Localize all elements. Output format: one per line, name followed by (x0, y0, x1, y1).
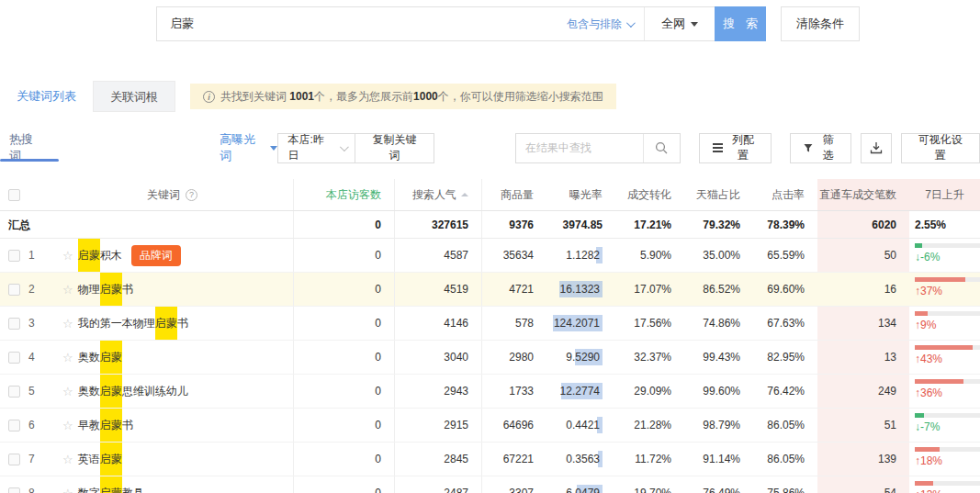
keyword-text: 思维训练幼儿 (122, 375, 188, 408)
row-index: 5 (28, 375, 35, 409)
star-icon[interactable]: ☆ (62, 273, 73, 306)
summary-row: 汇总 0 327615 9376 3974.85 17.21% 79.32% 7… (0, 211, 980, 239)
search-icon[interactable] (643, 134, 680, 162)
star-icon[interactable]: ☆ (62, 341, 73, 374)
row-checkbox[interactable] (8, 250, 20, 262)
scope-dropdown[interactable]: 全网 (644, 7, 715, 40)
filter-button[interactable]: 筛选 (790, 133, 851, 163)
ztc-orders-value: 134 (817, 307, 909, 340)
info-icon: i (203, 91, 215, 103)
trend-percent: 9% (920, 319, 936, 331)
header-seven-day-rise[interactable]: 7日上升 (909, 179, 980, 210)
keyword-cell: ☆ 数字启蒙教具 (51, 476, 294, 493)
hot-words-tab[interactable]: 热搜词 (9, 131, 43, 164)
row-index: 3 (28, 307, 35, 341)
ctr-value: 75.86% (753, 476, 817, 493)
row-checkbox[interactable] (8, 318, 20, 330)
keyword-text: 教具 (122, 476, 144, 493)
exposure-filter-dropdown[interactable]: 高曝光词 (220, 131, 277, 164)
ztc-orders-value: 50 (817, 239, 909, 272)
exposure-rate-value: 9.5290 (565, 349, 603, 365)
trend-bar-track (915, 413, 980, 418)
keyword-match-highlight: 启蒙 (100, 409, 122, 442)
header-tmall-share[interactable]: 天猫占比 (684, 179, 753, 210)
keyword-search-input[interactable] (157, 17, 497, 31)
search-popularity-value: 4587 (395, 239, 482, 272)
header-product-count[interactable]: 商品量 (482, 179, 546, 210)
product-count-value: 1733 (482, 375, 546, 408)
scope-label: 全网 (661, 16, 685, 32)
brand-word-badge: 品牌词 (131, 245, 181, 266)
tab-related-roots[interactable]: 关联词根 (93, 81, 175, 112)
header-search-popularity[interactable]: 搜索人气 (395, 179, 482, 210)
exposure-rate-value: 0.4421 (565, 417, 603, 433)
table-body: 1 ☆ 启蒙积木 品牌词 0 4587 35634 1.1282 5.90% 3… (0, 239, 980, 493)
conversion-value: 19.70% (615, 476, 684, 493)
search-button[interactable]: 搜 索 (715, 6, 766, 41)
question-icon[interactable]: ? (186, 189, 197, 201)
visual-settings-button[interactable]: 可视化设置 (901, 133, 980, 163)
exposure-rate-value: 1.1282 (565, 247, 603, 263)
tmall-share-value: 76.49% (684, 476, 753, 493)
sort-icon[interactable] (461, 193, 468, 198)
row-checkbox[interactable] (8, 487, 20, 493)
row-index: 8 (28, 476, 35, 493)
star-icon[interactable]: ☆ (62, 375, 73, 408)
star-icon[interactable]: ☆ (62, 476, 73, 493)
trend-percent: -6% (920, 251, 940, 263)
summary-seven-day-rise: 2.55% (909, 211, 980, 238)
clear-conditions-button[interactable]: 清除条件 (781, 6, 860, 41)
header-shop-visitors[interactable]: 本店访客数 (294, 179, 395, 210)
product-count-value: 3307 (482, 476, 546, 493)
shop-visitors-value: 0 (294, 409, 395, 442)
shop-visitors-value: 0 (294, 239, 395, 272)
row-checkbox[interactable] (8, 352, 20, 364)
trend-bar-track (915, 243, 980, 248)
summary-shop-visitors: 0 (294, 211, 395, 238)
keyword-match-highlight: 启蒙 (100, 273, 122, 306)
star-icon[interactable]: ☆ (62, 239, 73, 272)
table-row: 7 ☆ 英语启蒙 0 2845 67221 0.3563 11.72% 91.1… (0, 443, 980, 476)
row-checkbox[interactable] (8, 284, 20, 296)
select-all-checkbox[interactable] (8, 189, 20, 201)
tab-keyword-list[interactable]: 关键词列表 (0, 81, 93, 112)
header-exposure-rate[interactable]: 曝光率 (546, 179, 615, 210)
tmall-share-value: 99.43% (684, 341, 753, 374)
shop-visitors-value: 0 (294, 307, 395, 340)
result-search-box (515, 133, 681, 163)
product-count-value: 67221 (482, 443, 546, 476)
star-icon[interactable]: ☆ (62, 409, 73, 442)
list-icon (713, 143, 723, 145)
star-icon[interactable]: ☆ (62, 443, 73, 476)
period-select[interactable]: 本店:昨日 (277, 133, 355, 163)
header-ctr[interactable]: 点击率 (753, 179, 817, 210)
header-keyword: 关键词 ? (51, 179, 294, 210)
result-count-notice: i 共找到关键词 1001个，最多为您展示前1000个，你可以使用筛选缩小搜索范… (190, 84, 616, 109)
keyword-text: 数字 (78, 476, 100, 493)
keyword-match-highlight: 启蒙 (155, 307, 177, 340)
copy-keywords-button[interactable]: 复制关键词 (355, 133, 434, 163)
trend-bar-fill (915, 277, 965, 282)
trend-percent: 13% (920, 488, 942, 493)
table-row: 5 ☆ 奥数启蒙思维训练幼儿 0 2943 1733 12.2774 29.09… (0, 375, 980, 409)
header-ztc-orders[interactable]: 直通车成交笔数 (817, 179, 909, 210)
row-checkbox[interactable] (8, 454, 20, 465)
row-index: 7 (28, 443, 35, 476)
trend-bar-track (915, 447, 980, 452)
trend-bar-fill (915, 379, 963, 384)
table-header-row: 关键词 ? 本店访客数 搜索人气 商品量 曝光率 成交转化 天猫占比 点击率 直… (0, 179, 980, 211)
row-checkbox[interactable] (8, 420, 20, 431)
star-icon[interactable]: ☆ (62, 307, 73, 340)
include-exclude-link[interactable]: 包含与排除 (567, 17, 633, 32)
table-row: 6 ☆ 早教启蒙书 0 2915 64696 0.4421 21.28% 98.… (0, 409, 980, 443)
column-config-button[interactable]: 列配置 (699, 133, 772, 163)
trend-bar-track (915, 277, 980, 282)
filter-label: 筛选 (818, 132, 839, 163)
product-count-value: 64696 (482, 409, 546, 442)
row-checkbox[interactable] (8, 386, 20, 398)
header-conversion[interactable]: 成交转化 (615, 179, 684, 210)
result-search-input[interactable] (516, 141, 643, 154)
download-button[interactable] (861, 133, 893, 163)
keyword-cell: ☆ 启蒙积木 品牌词 (51, 239, 294, 272)
exposure-rate-value: 6.0479 (565, 485, 603, 493)
